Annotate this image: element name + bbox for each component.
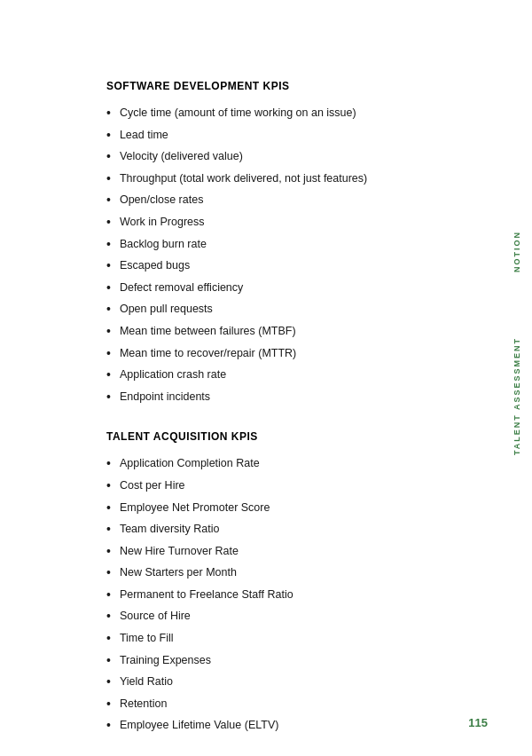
list-item: Application crash rate [106,366,426,384]
list-item: Permanent to Freelance Staff Ratio [106,587,426,604]
list-item: New Starters per Month [106,564,426,582]
list-item: New Hire Turnover Rate [106,543,426,561]
list-item: Backlog burn rate [106,236,426,254]
list-item: Training Expenses [106,652,426,670]
list-item: Open/close rates [106,192,426,209]
notion-label: NOTION [512,231,521,272]
list-item: Application Completion Rate [106,455,426,473]
list-item: Cycle time (amount of time working on an… [106,105,426,122]
list-item: Time to Fill [106,630,426,648]
list-item: Source of Hire [106,608,426,626]
list-item: Yield Ratio [106,673,426,691]
talent-acquisition-section: TALENT ACQUISITION KPIs Application Comp… [106,430,426,735]
talent-acquisition-list: Application Completion RateCost per Hire… [106,455,426,735]
list-item: Throughput (total work delivered, not ju… [106,170,426,188]
talent-assessment-label: TALENT ASSESSMENT [512,337,521,455]
list-item: Team diversity Ratio [106,521,426,539]
list-item: Retention [106,696,426,713]
list-item: Endpoint incidents [106,389,426,406]
page-content: SOFTWARE DEVELOPMENT KPIs Cycle time (am… [0,0,532,756]
software-dev-list: Cycle time (amount of time working on an… [106,105,426,406]
list-item: Lead time [106,127,426,145]
talent-acquisition-title: TALENT ACQUISITION KPIs [106,430,426,443]
list-item: Employee Lifetime Value (ELTV) [106,717,426,735]
software-dev-section: SOFTWARE DEVELOPMENT KPIs Cycle time (am… [106,80,426,406]
list-item: Velocity (delivered value) [106,148,426,166]
software-dev-title: SOFTWARE DEVELOPMENT KPIs [106,80,426,92]
list-item: Open pull requests [106,301,426,319]
page-number: 115 [468,716,488,729]
list-item: Employee Net Promoter Score [106,500,426,517]
list-item: Cost per Hire [106,477,426,495]
list-item: Defect removal efficiency [106,280,426,297]
list-item: Escaped bugs [106,257,426,275]
list-item: Mean time to recover/repair (MTTR) [106,345,426,363]
list-item: Work in Progress [106,214,426,232]
list-item: Mean time between failures (MTBF) [106,323,426,341]
